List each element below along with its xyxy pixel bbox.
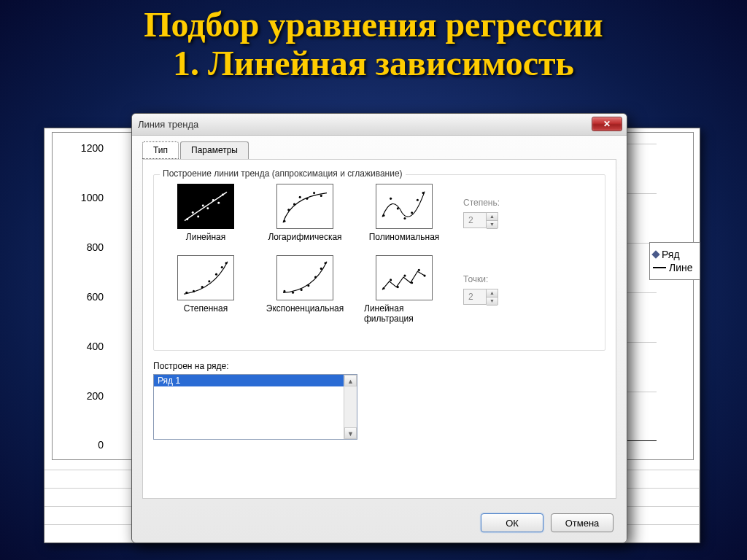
y-tick: 400 (67, 341, 104, 352)
ok-button[interactable]: ОК (481, 513, 543, 532)
tab-panel-type: Построение линии тренда (аппроксимация и… (142, 159, 616, 499)
slide-title-line1: Подбор уравнения регрессии (0, 6, 747, 44)
points-spinner[interactable]: 2 ▲▼ (463, 289, 498, 305)
svg-point-3 (197, 216, 199, 218)
trend-thumb-polynomial (376, 184, 433, 229)
y-tick: 200 (67, 390, 104, 402)
group-title: Построение линии тренда (аппроксимация и… (160, 168, 406, 179)
y-tick: 1000 (67, 192, 104, 203)
spin-down-icon[interactable]: ▼ (487, 221, 498, 229)
y-tick: 800 (67, 241, 104, 253)
scrollbar[interactable]: ▲ ▼ (344, 375, 357, 439)
svg-point-10 (287, 209, 290, 211)
scroll-down-icon[interactable]: ▼ (344, 427, 357, 439)
svg-point-42 (418, 269, 420, 271)
points-spinner-group: Точки: 2 ▲▼ (463, 255, 565, 324)
trend-label: Логарифмическая (268, 232, 341, 242)
slide-title-line2: 1. Линейная зависимость (0, 44, 747, 83)
y-tick: 600 (67, 291, 104, 303)
svg-point-11 (293, 203, 295, 206)
trend-label: Полиномиальная (369, 232, 440, 242)
svg-point-2 (192, 211, 194, 214)
svg-point-34 (314, 276, 317, 278)
svg-point-32 (301, 289, 303, 291)
diamond-icon (651, 250, 659, 258)
svg-point-20 (411, 211, 413, 214)
svg-point-26 (208, 280, 210, 282)
trend-thumb-linear (177, 184, 234, 229)
line-icon (653, 267, 666, 268)
svg-point-8 (222, 194, 224, 196)
trend-label: Линейная (186, 232, 225, 242)
svg-point-5 (206, 207, 209, 209)
svg-point-22 (422, 192, 425, 194)
trend-thumb-moving-avg (376, 255, 433, 300)
svg-point-41 (411, 281, 413, 284)
svg-point-30 (283, 290, 285, 292)
points-label: Точки: (463, 274, 565, 284)
svg-line-0 (185, 192, 227, 220)
tab-params[interactable]: Параметры (180, 141, 249, 159)
spin-up-icon[interactable]: ▲ (487, 213, 498, 221)
svg-point-4 (202, 205, 204, 207)
svg-point-38 (390, 279, 392, 281)
chart-legend: Ряд Лине (649, 242, 700, 280)
svg-point-15 (320, 195, 322, 197)
svg-point-43 (424, 275, 426, 277)
degree-spinner[interactable]: 2 ▲▼ (463, 212, 498, 228)
spin-down-icon[interactable]: ▼ (487, 298, 498, 306)
trend-thumb-logarithmic (276, 184, 333, 229)
svg-point-31 (292, 292, 294, 294)
tab-type[interactable]: Тип (142, 141, 179, 159)
svg-point-17 (390, 198, 392, 200)
trend-option-linear[interactable]: Линейная (166, 184, 246, 242)
legend-label: Ряд (662, 249, 680, 260)
trend-label: Линейная фильтрация (364, 303, 444, 324)
svg-point-28 (221, 266, 223, 268)
svg-point-6 (212, 199, 214, 201)
close-button[interactable]: ✕ (592, 117, 622, 131)
svg-point-24 (193, 290, 195, 292)
trend-option-polynomial[interactable]: Полиномиальная (364, 184, 444, 242)
svg-point-40 (403, 275, 406, 277)
svg-point-9 (283, 220, 285, 222)
svg-point-25 (201, 286, 204, 288)
trend-option-logarithmic[interactable]: Логарифмическая (265, 184, 345, 242)
degree-spinner-group: Степень: 2 ▲▼ (463, 184, 565, 242)
dialog-titlebar[interactable]: Линия тренда ✕ (132, 114, 627, 136)
y-tick: 0 (67, 439, 104, 451)
svg-point-18 (397, 207, 399, 209)
series-listbox[interactable]: Ряд 1 ▲ ▼ (153, 374, 357, 440)
scroll-up-icon[interactable]: ▲ (344, 375, 357, 386)
svg-point-36 (325, 262, 327, 264)
trend-option-power[interactable]: Степенная (166, 255, 246, 324)
svg-point-35 (320, 268, 322, 270)
svg-point-39 (397, 286, 399, 288)
svg-point-1 (186, 218, 188, 220)
cancel-button[interactable]: Отмена (551, 513, 614, 532)
trend-label: Степенная (184, 303, 228, 314)
svg-point-29 (225, 262, 228, 264)
svg-point-16 (382, 214, 384, 217)
svg-point-21 (417, 199, 419, 201)
y-tick: 1200 (67, 142, 104, 154)
svg-point-19 (403, 217, 406, 219)
svg-point-23 (185, 292, 187, 294)
legend-label: Лине (669, 262, 693, 273)
trend-thumb-exponential (276, 255, 333, 300)
spin-up-icon[interactable]: ▲ (487, 289, 498, 298)
dialog-title: Линия тренда (138, 119, 198, 130)
degree-label: Степень: (463, 198, 565, 208)
series-item[interactable]: Ряд 1 (154, 375, 357, 386)
built-on-label: Построен на ряде: (153, 361, 605, 371)
svg-point-13 (306, 198, 308, 200)
close-icon: ✕ (603, 119, 611, 129)
trend-option-moving-avg[interactable]: Линейная фильтрация (364, 255, 444, 324)
svg-point-14 (313, 192, 315, 194)
slide-title: Подбор уравнения регрессии 1. Линейная з… (0, 0, 747, 83)
trend-option-exponential[interactable]: Экспоненциальная (265, 255, 345, 324)
tab-strip: Тип Параметры (132, 136, 627, 159)
trend-label: Экспоненциальная (266, 303, 344, 314)
trend-thumb-power (177, 255, 234, 300)
dialog-buttons: ОК Отмена (132, 506, 627, 542)
